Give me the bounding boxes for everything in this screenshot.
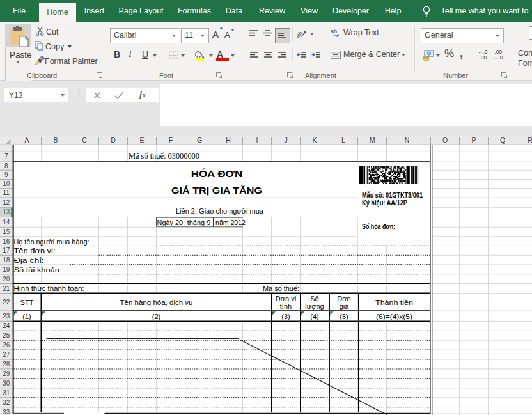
svg-text:Đơn vị: Đơn vị [276,295,296,302]
svg-text:Q: Q [500,136,505,144]
svg-text:20: 20 [3,276,10,283]
svg-text:Đơn: Đơn [337,295,350,302]
svg-text:9: 9 [4,171,8,178]
svg-text:Mẫu số: 01GTKT3/001: Mẫu số: 01GTKT3/001 [362,191,423,199]
svg-text:22: 22 [3,299,10,306]
svg-text:Thành tiền: Thành tiền [375,299,413,306]
svg-text:STT: STT [20,299,34,306]
svg-text:11: 11 [3,189,10,196]
svg-text:B: B [53,136,58,144]
svg-text:17: 17 [3,247,10,254]
svg-text:lượng: lượng [305,302,324,310]
svg-text:H: H [226,136,231,144]
svg-text:32: 32 [3,399,10,406]
svg-text:Tên đơn vị:: Tên đơn vị: [14,247,56,254]
svg-text:R: R [528,136,532,144]
svg-text:năm 2012: năm 2012 [215,219,246,226]
svg-text:(3): (3) [281,313,290,320]
svg-text:Hình thức thanh toán:: Hình thức thanh toán: [14,285,84,292]
svg-text:C: C [82,136,87,144]
svg-text:Mã số thuế: 03000000: Mã số thuế: 03000000 [129,152,199,161]
svg-text:31: 31 [3,389,10,396]
svg-text:ab: ab [331,28,337,35]
svg-text:(1): (1) [22,313,31,320]
svg-text:Mã số thuế:: Mã số thuế: [263,285,299,292]
svg-text:8: 8 [4,162,8,169]
svg-text:E: E [139,136,144,144]
svg-text:29: 29 [3,370,10,377]
svg-text:P: P [471,136,476,144]
svg-text:Số hóa đơn:: Số hóa đơn: [362,223,395,230]
svg-text:D: D [111,136,116,144]
svg-text:F: F [169,136,173,144]
svg-text:7: 7 [4,153,8,160]
svg-text:M: M [370,136,375,144]
svg-text:(6)=(4)x(5): (6)=(4)x(5) [376,313,412,320]
svg-text:Liên 2: Giao cho người mua: Liên 2: Giao cho người mua [176,207,264,215]
svg-text:30: 30 [3,380,10,387]
svg-text:19: 19 [3,266,10,273]
svg-text:14: 14 [3,219,10,226]
svg-text:(2): (2) [152,313,160,320]
svg-text:15: 15 [3,228,10,235]
svg-text:giá: giá [340,302,350,310]
svg-text:tháng 9: tháng 9 [187,219,211,226]
svg-text:tính: tính [280,302,292,310]
svg-text:26: 26 [3,341,10,348]
svg-text:Số: Số [310,295,318,302]
svg-text:GIÁ TRỊ GIA TĂNG: GIÁ TRỊ GIA TĂNG [171,185,262,196]
svg-text:25: 25 [3,332,10,339]
svg-text:23: 23 [3,313,10,320]
svg-text:ab: ab [297,29,304,38]
svg-text:Địa chỉ:: Địa chỉ: [14,256,44,264]
svg-text:I: I [256,136,258,144]
svg-text:(5): (5) [340,313,348,320]
svg-text:J: J [284,136,287,144]
svg-text:L: L [341,136,345,144]
svg-text:28: 28 [3,361,10,368]
svg-text:10: 10 [3,180,10,187]
svg-text:(4): (4) [310,313,318,320]
svg-text:13: 13 [3,208,10,215]
svg-text:18: 18 [3,256,10,263]
svg-text:Số tài khoản:: Số tài khoản: [14,266,62,274]
svg-text:N: N [405,136,410,144]
svg-text:16: 16 [3,238,10,245]
svg-text:27: 27 [3,351,10,358]
svg-text:12: 12 [3,199,10,206]
svg-text:24: 24 [3,322,10,329]
svg-text:A: A [24,136,29,144]
svg-text:O: O [442,136,448,144]
svg-text:Tên hàng hóa, dịch vụ: Tên hàng hóa, dịch vụ [120,299,193,306]
svg-text:Họ tên người mua hàng:: Họ tên người mua hàng: [14,238,90,246]
svg-text:Ký hiệu: AA/12P: Ký hiệu: AA/12P [362,199,407,207]
svg-text:Ngày 20: Ngày 20 [157,219,184,226]
svg-text:G: G [197,136,202,144]
svg-text:K: K [312,136,317,144]
svg-text:HÓA ĐƠN: HÓA ĐƠN [191,168,243,179]
svg-text:33: 33 [3,409,10,415]
svg-text:21: 21 [3,285,10,292]
